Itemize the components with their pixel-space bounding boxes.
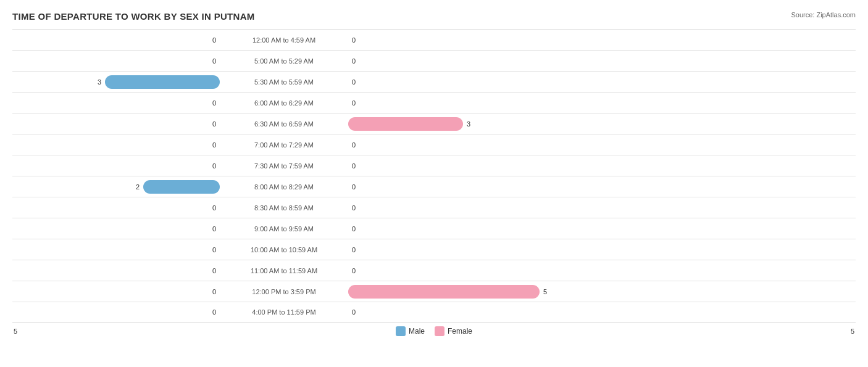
time-label: 6:30 AM to 6:59 AM (254, 120, 314, 128)
left-section: 0 (12, 285, 222, 299)
time-label: 7:00 AM to 7:29 AM (254, 141, 314, 149)
female-bar-wrap: 0 (348, 305, 556, 319)
chart-source: Source: ZipAtlas.com (791, 11, 856, 19)
axis-label-left: 5 (12, 328, 222, 335)
female-value: 0 (352, 78, 359, 86)
female-value: 0 (352, 204, 359, 212)
label-section: 11:00 AM to 11:59 AM (222, 267, 346, 274)
male-bar-wrap: 0 (12, 243, 220, 257)
female-bar-wrap: 0 (348, 201, 556, 215)
right-section: 0 (346, 180, 556, 194)
female-bar-wrap: 0 (348, 222, 556, 236)
right-section: 0 (346, 243, 556, 257)
right-section: 0 (346, 138, 556, 152)
bar-row: 0 7:00 AM to 7:29 AM 0 (12, 134, 856, 155)
male-bar-wrap: 0 (12, 117, 220, 131)
time-label: 12:00 PM to 3:59 PM (252, 288, 315, 295)
label-section: 6:00 AM to 6:29 AM (222, 99, 346, 107)
label-section: 5:30 AM to 5:59 AM (222, 78, 346, 86)
female-bar-wrap: 0 (348, 138, 556, 152)
male-bar-wrap: 0 (12, 222, 220, 236)
left-section: 0 (12, 159, 222, 173)
left-section: 0 (12, 54, 222, 68)
female-value: 3 (467, 120, 474, 128)
female-value: 0 (352, 267, 359, 274)
female-value: 0 (352, 36, 359, 44)
male-value: 0 (209, 308, 216, 316)
female-value: 0 (352, 57, 359, 65)
female-value: 0 (352, 141, 359, 149)
time-label: 6:00 AM to 6:29 AM (254, 99, 314, 107)
left-section: 0 (12, 264, 222, 278)
left-section: 0 (12, 117, 222, 131)
right-section: 0 (346, 159, 556, 173)
bar-row: 0 6:30 AM to 6:59 AM 3 (12, 113, 856, 134)
label-section: 7:00 AM to 7:29 AM (222, 141, 346, 149)
male-value: 0 (209, 246, 216, 254)
legend-female-box (435, 326, 444, 336)
bar-row: 0 4:00 PM to 11:59 PM 0 (12, 302, 856, 323)
time-label: 5:30 AM to 5:59 AM (254, 78, 314, 86)
right-section: 5 (346, 285, 556, 299)
chart-container: TIME OF DEPARTURE TO WORK BY SEX IN PUTN… (0, 0, 868, 355)
right-section: 0 (346, 54, 556, 68)
left-section: 2 (12, 180, 222, 194)
female-value: 0 (352, 183, 359, 191)
male-bar-wrap: 0 (12, 285, 220, 299)
female-bar-wrap: 0 (348, 180, 556, 194)
label-section: 7:30 AM to 7:59 AM (222, 162, 346, 170)
legend-male: Male (396, 326, 425, 336)
left-section: 0 (12, 96, 222, 110)
legend: Male Female (222, 326, 646, 336)
male-bar (105, 75, 220, 89)
male-value: 3 (94, 78, 101, 86)
label-section: 12:00 AM to 4:59 AM (222, 36, 346, 44)
female-bar-wrap: 0 (348, 54, 556, 68)
male-bar-wrap: 0 (12, 138, 220, 152)
male-value: 0 (209, 141, 216, 149)
male-value: 0 (209, 120, 216, 128)
male-value: 0 (209, 204, 216, 212)
right-section: 0 (346, 33, 556, 47)
bar-row: 0 12:00 PM to 3:59 PM 5 (12, 281, 856, 302)
legend-female: Female (435, 326, 472, 336)
female-value: 0 (352, 246, 359, 254)
male-bar-wrap: 0 (12, 159, 220, 173)
male-value: 0 (209, 288, 216, 295)
right-section: 0 (346, 305, 556, 319)
label-section: 5:00 AM to 5:29 AM (222, 57, 346, 65)
male-bar-wrap: 2 (12, 180, 220, 194)
male-bar-wrap: 0 (12, 264, 220, 278)
male-bar-wrap: 0 (12, 54, 220, 68)
female-value: 0 (352, 225, 359, 233)
bar-row: 0 9:00 AM to 9:59 AM 0 (12, 218, 856, 239)
time-label: 4:00 PM to 11:59 PM (252, 308, 315, 316)
legend-female-label: Female (448, 327, 472, 336)
female-bar-wrap: 0 (348, 96, 556, 110)
time-label: 7:30 AM to 7:59 AM (254, 162, 314, 170)
male-bar-wrap: 0 (12, 305, 220, 319)
left-section: 0 (12, 201, 222, 215)
left-section: 0 (12, 243, 222, 257)
male-value: 2 (132, 183, 140, 191)
female-value: 0 (352, 99, 359, 107)
time-label: 12:00 AM to 4:59 AM (252, 36, 315, 44)
female-bar (348, 117, 463, 131)
time-label: 10:00 AM to 10:59 AM (251, 246, 317, 254)
left-section: 0 (12, 33, 222, 47)
male-bar-wrap: 3 (12, 75, 220, 89)
left-section: 0 (12, 138, 222, 152)
male-bar (143, 180, 220, 194)
bar-row: 0 10:00 AM to 10:59 AM 0 (12, 239, 856, 260)
time-label: 8:30 AM to 8:59 AM (254, 204, 314, 212)
label-section: 4:00 PM to 11:59 PM (222, 308, 346, 316)
right-section: 0 (346, 264, 556, 278)
male-bar-wrap: 0 (12, 96, 220, 110)
female-bar (348, 285, 540, 299)
label-section: 8:30 AM to 8:59 AM (222, 204, 346, 212)
female-bar-wrap: 0 (348, 75, 556, 89)
right-section: 0 (346, 222, 556, 236)
male-value: 0 (209, 36, 216, 44)
label-section: 9:00 AM to 9:59 AM (222, 225, 346, 233)
label-section: 10:00 AM to 10:59 AM (222, 246, 346, 254)
